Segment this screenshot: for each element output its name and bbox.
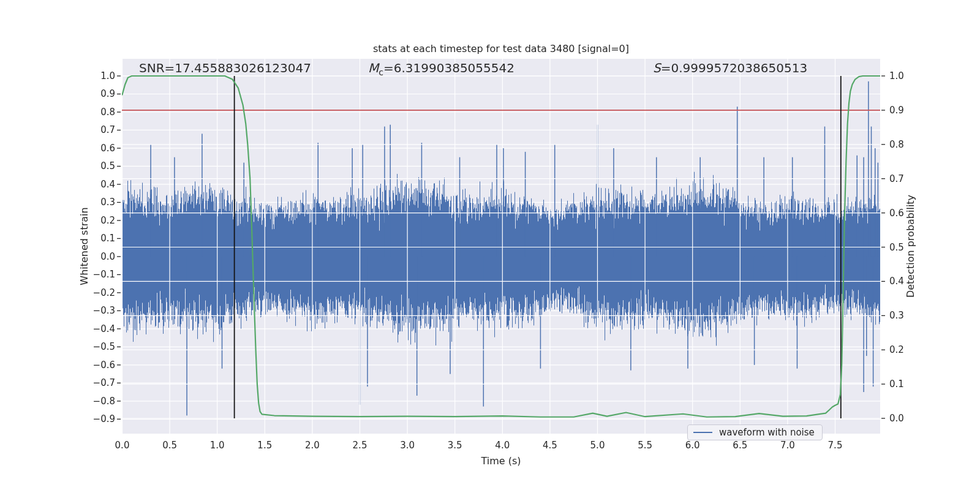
legend: waveform with noise (687, 424, 823, 440)
left-y-tick-label: −0.7 (86, 377, 115, 388)
x-tick-label: 2.5 (353, 440, 368, 451)
left-y-tick-label: 1.0 (86, 70, 115, 81)
left-y-tick-label: 0.5 (86, 160, 115, 172)
right-y-axis-label: Detection probability (906, 195, 916, 298)
right-y-tick-label: 0.3 (889, 310, 904, 321)
x-tick-label: 5.0 (590, 440, 605, 451)
left-y-tick-label: −0.8 (86, 396, 115, 407)
chart-title: stats at each timestep for test data 348… (373, 44, 629, 54)
left-y-tick-label: −0.1 (86, 269, 115, 280)
left-y-tick-label: −0.5 (86, 341, 115, 352)
chirp-mass-subscript: c (379, 67, 383, 77)
significance-symbol: S (653, 61, 661, 75)
x-tick-label: 4.5 (543, 440, 557, 451)
left-y-tick-label: 0.6 (86, 143, 115, 154)
right-y-tick-label: 0.2 (889, 344, 904, 355)
x-tick-label: 3.5 (448, 440, 462, 451)
legend-label: waveform with noise (719, 427, 815, 438)
x-tick-label: 5.5 (638, 440, 652, 451)
x-tick-label: 6.0 (685, 440, 700, 451)
annotation-significance: S=0.9999572038650513 (653, 62, 807, 74)
right-y-tick-label: 0.7 (889, 173, 904, 184)
x-tick-label: 7.5 (828, 440, 843, 451)
right-y-tick-label: 0.8 (889, 139, 904, 150)
left-y-tick-label: 0.0 (86, 251, 115, 262)
left-y-tick-label: −0.3 (86, 305, 115, 316)
right-y-tick-label: 0.9 (889, 105, 904, 116)
left-y-tick-label: 0.7 (86, 124, 115, 135)
x-tick-label: 1.0 (210, 440, 225, 451)
x-tick-label: 2.0 (305, 440, 320, 451)
right-y-tick-label: 0.4 (889, 276, 904, 287)
figure: stats at each timestep for test data 348… (0, 0, 980, 490)
left-y-tick-label: 0.2 (86, 215, 115, 226)
left-y-tick-label: 0.4 (86, 179, 115, 190)
left-y-tick-label: 0.8 (86, 107, 115, 118)
left-y-tick-label: 0.1 (86, 233, 115, 244)
x-tick-label: 3.0 (400, 440, 415, 451)
left-y-tick-label: 0.3 (86, 197, 115, 208)
chirp-mass-value: =6.31990385055542 (383, 61, 514, 75)
annotation-snr: SNR=17.455883026123047 (139, 62, 311, 74)
chirp-mass-symbol: M (368, 61, 379, 75)
left-y-tick-label: −0.6 (86, 360, 115, 371)
x-tick-label: 7.0 (780, 440, 795, 451)
right-y-tick-label: 0.1 (889, 379, 904, 390)
left-y-tick-label: −0.9 (86, 413, 115, 424)
x-tick-label: 4.0 (495, 440, 510, 451)
right-y-tick-label: 1.0 (889, 70, 904, 81)
x-tick-label: 0.0 (115, 440, 130, 451)
legend-line-sample (693, 432, 712, 433)
left-y-tick-label: −0.2 (86, 287, 115, 298)
right-y-tick-label: 0.5 (889, 242, 904, 253)
x-tick-label: 6.5 (733, 440, 747, 451)
right-y-tick-label: 0.6 (889, 208, 904, 219)
x-tick-label: 1.5 (257, 440, 272, 451)
annotation-chirp-mass: Mc=6.31990385055542 (368, 62, 514, 74)
left-y-tick-label: −0.4 (86, 323, 115, 334)
left-y-tick-label: 0.9 (86, 88, 115, 99)
significance-value: =0.9999572038650513 (661, 61, 807, 75)
x-axis-label: Time (s) (481, 456, 521, 466)
right-y-tick-label: 0.0 (889, 413, 904, 424)
x-tick-label: 0.5 (162, 440, 177, 451)
